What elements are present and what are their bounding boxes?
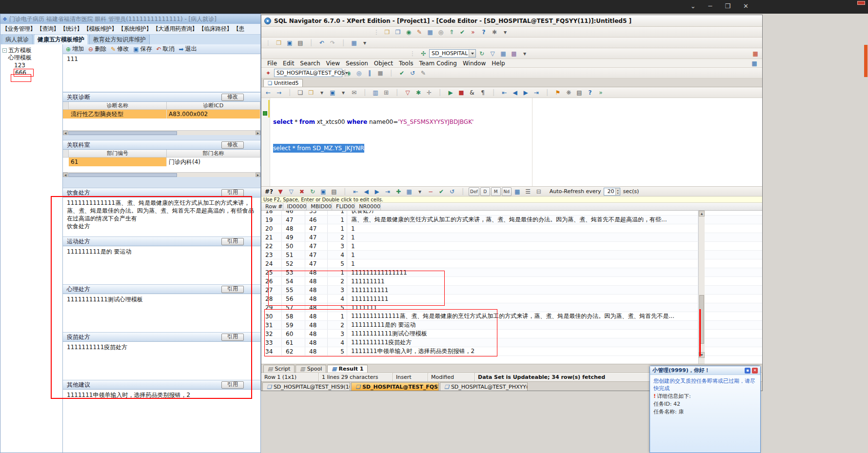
cell-nr0000[interactable]: 111111111111111 xyxy=(347,268,698,276)
cell-mbid00[interactable]: 46 xyxy=(305,216,328,224)
cell-mbid00[interactable]: 47 xyxy=(305,259,328,268)
cell-flid00[interactable]: 3 xyxy=(328,286,347,294)
diagnosis-h-scrollbar[interactable]: ◀ ▶ xyxy=(63,130,260,135)
menu-clinical-path[interactable]: 【临床路径】 xyxy=(198,25,233,33)
conn-tab-fqsyy[interactable]: ❑ SD_HOSPITAL@TEST_FQSYY(11):U... xyxy=(351,382,439,391)
menu-object[interactable]: Object xyxy=(371,60,396,67)
cell-mbid00[interactable]: 48 xyxy=(305,286,328,294)
cell-row-number[interactable]: 19 xyxy=(261,216,282,224)
grid-mode-icon[interactable]: ▦ xyxy=(513,187,522,196)
cell-id0000[interactable]: 57 xyxy=(282,303,305,312)
cell-row-number[interactable]: 29 xyxy=(261,303,282,312)
code-editor-icon[interactable]: ✎ xyxy=(414,28,424,37)
form-mode-icon[interactable]: ⊟ xyxy=(534,187,544,196)
grid-v-scrollbar[interactable]: ▲ ▼ xyxy=(698,211,705,364)
pause-icon[interactable]: ‖ xyxy=(365,69,375,78)
scroll-thumb[interactable] xyxy=(68,173,177,177)
tree-leaf-item[interactable]: 666 xyxy=(1,69,61,76)
cell-nr0000[interactable]: 饮食处方 xyxy=(347,211,698,215)
describe-icon[interactable]: ✱ xyxy=(414,88,423,97)
filter-icon[interactable]: ▽ xyxy=(403,88,413,97)
cell-id0000[interactable]: 61 xyxy=(282,338,305,347)
scroll-thumb[interactable] xyxy=(699,295,704,344)
tree-leaf-item[interactable]: 123 xyxy=(1,61,61,69)
cell-flid00[interactable]: 2 xyxy=(328,321,347,329)
psychology-text[interactable]: 11111111111测试心理模板 xyxy=(63,294,260,332)
cell-id0000[interactable]: 46 xyxy=(282,211,305,215)
execute-icon[interactable]: ▶ xyxy=(446,88,455,97)
scroll-up-icon[interactable]: ▲ xyxy=(699,211,705,217)
edit-connection-icon[interactable]: ✎ xyxy=(418,69,428,78)
diagnosis-row[interactable]: 流行性乙型脑炎轻型 A83.000x002 xyxy=(63,110,260,118)
append-caret-icon[interactable]: ▾ xyxy=(415,187,425,196)
custom-filter-icon[interactable]: ▽ xyxy=(286,187,296,196)
macro-icon[interactable]: ❋ xyxy=(564,88,573,97)
cell-id0000[interactable]: 50 xyxy=(282,242,305,250)
pin-icon[interactable]: ✛ xyxy=(424,88,434,97)
cell-mbid00[interactable]: 47 xyxy=(305,242,328,250)
print-icon[interactable]: ▤ xyxy=(296,39,305,47)
docked-toolbar-red-icon[interactable]: ▦ xyxy=(750,49,760,58)
tab-untitled5[interactable]: ❏ Untitled5 xyxy=(263,79,303,87)
view-memo-toggle[interactable]: M xyxy=(491,187,501,196)
refresh-schema-icon[interactable]: ↻ xyxy=(477,49,487,58)
cell-mbid00[interactable]: 48 xyxy=(305,312,328,320)
cell-flid00[interactable]: 1 xyxy=(328,268,347,276)
session-browser-icon[interactable]: ❐ xyxy=(393,28,403,37)
last-record-icon[interactable]: ⇥ xyxy=(383,187,393,196)
cell-row-number[interactable]: 25 xyxy=(261,268,282,276)
cell-flid00[interactable]: 5 xyxy=(328,347,347,355)
view-dml-toggle[interactable]: D xyxy=(480,187,490,196)
menu-edit[interactable]: Edit xyxy=(280,60,297,67)
sql-line-2[interactable]: select * from SD_MZ.YS_JKJYNR xyxy=(273,144,762,153)
maximize-button[interactable]: ❒ xyxy=(725,2,730,10)
tab-spool[interactable]: ▥ Spool xyxy=(296,365,326,373)
cell-id0000[interactable]: 53 xyxy=(282,268,305,276)
insert-record-icon[interactable]: ✚ xyxy=(394,187,403,196)
cell-row-number[interactable]: 31 xyxy=(261,321,282,329)
table-row[interactable]: 28 56 48 4 1111111111 xyxy=(261,295,762,303)
scroll-down-icon[interactable]: ▼ xyxy=(699,352,705,358)
cell-mbid00[interactable]: 48 xyxy=(305,347,328,355)
vaccine-quote-button[interactable]: 引用 xyxy=(221,334,244,341)
cell-mbid00[interactable]: 48 xyxy=(305,321,328,329)
cell-id0000[interactable]: 52 xyxy=(282,259,305,268)
auto-refresh-spinner[interactable]: 20 ▴▾ xyxy=(604,188,620,196)
new-file-icon[interactable]: ❏ xyxy=(296,88,305,97)
window-grid-icon[interactable]: ▦ xyxy=(349,39,359,47)
view-default-toggle[interactable]: Def xyxy=(469,187,479,196)
save-file-icon[interactable]: ▣ xyxy=(328,88,337,97)
diagnosis-icd-header[interactable]: 诊断ICD xyxy=(167,102,260,109)
table-row[interactable]: 32 60 48 3 11111111111测试心理模板 xyxy=(261,330,762,338)
vaccine-text[interactable]: 1111111111疫苗处方 xyxy=(63,342,260,380)
stop-icon[interactable]: ■ xyxy=(375,69,385,78)
cell-id0000[interactable]: 48 xyxy=(282,224,305,233)
menu-statistics[interactable]: 【统计】 xyxy=(59,25,83,33)
tree-node-psych-group[interactable]: 心理模板 xyxy=(8,54,32,62)
objects-grid-icon[interactable]: ▦ xyxy=(498,49,508,58)
department-row[interactable]: 61 门诊内科(4) xyxy=(63,158,260,166)
filter-data-icon[interactable]: ▼ xyxy=(276,187,285,196)
formatter-icon[interactable]: ¶ xyxy=(478,88,488,97)
department-name-cell[interactable]: 门诊内科(4) xyxy=(167,158,260,166)
row-count-button[interactable]: #? xyxy=(263,187,275,196)
cell-flid00[interactable]: 4 xyxy=(328,338,347,347)
tab-result-1[interactable]: ▦ Result 1 xyxy=(327,365,368,373)
schema-combo[interactable]: SD_HOSPITAL xyxy=(429,49,476,58)
menu-window[interactable]: Window xyxy=(460,60,489,67)
cell-row-number[interactable]: 24 xyxy=(261,259,282,268)
layout-columns-icon[interactable]: ▥ xyxy=(371,88,380,97)
nav-back-icon[interactable]: ← xyxy=(263,88,273,97)
help-context-icon[interactable]: ? xyxy=(585,88,595,97)
cell-flid00[interactable]: 2 xyxy=(328,233,347,241)
docked-toolbar-blue-icon[interactable]: ▦ xyxy=(750,59,759,68)
code-editor[interactable]: select * from xt_xtcs00 where name00='YS… xyxy=(261,98,762,187)
table-row[interactable]: 19 47 46 1 蒸、煮、炖是最健康的烹饪方式从加工的方式来讲，蒸、煮、炖是… xyxy=(261,216,762,224)
save-caret-icon[interactable]: ▾ xyxy=(338,88,348,97)
commit-icon[interactable]: ✔ xyxy=(397,69,407,78)
cell-flid00[interactable]: 4 xyxy=(328,295,347,303)
code-analysis-icon[interactable]: ✔ xyxy=(457,28,467,37)
department-code-header[interactable]: 部门编号 xyxy=(69,150,167,157)
cell-nr0000[interactable]: 1111111申领单输入时，选择药品类别报错，2 xyxy=(347,347,698,355)
cell-id0000[interactable]: 60 xyxy=(282,330,305,338)
